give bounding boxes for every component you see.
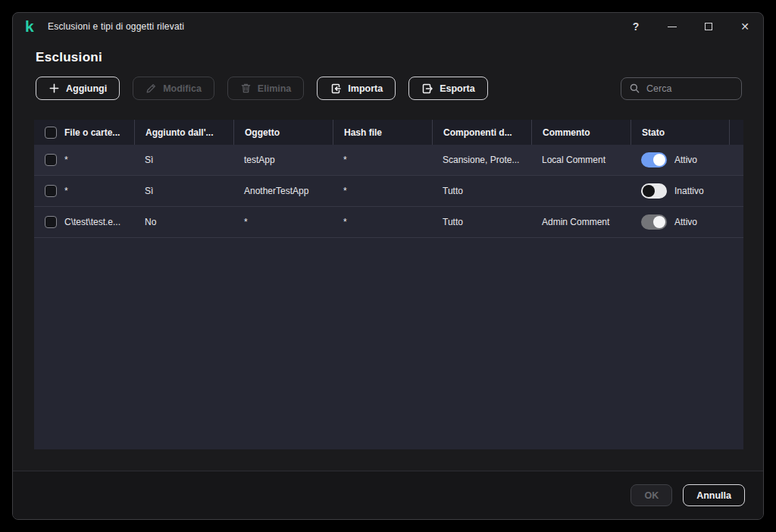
- column-header-status[interactable]: Stato: [630, 120, 729, 145]
- cell-comment: [531, 176, 630, 206]
- minimize-icon: [668, 27, 677, 27]
- cell-comment: Admin Comment: [531, 207, 630, 237]
- window-controls: ? ✕: [618, 13, 763, 40]
- status-toggle[interactable]: [641, 214, 667, 230]
- page-title: Esclusioni: [36, 50, 763, 65]
- title-bar: k Esclusioni e tipi di oggetti rilevati …: [13, 13, 763, 40]
- status-label: Attivo: [674, 217, 697, 227]
- cell-file: *: [64, 176, 134, 206]
- select-all-checkbox[interactable]: [45, 127, 57, 139]
- cell-file: C\test\test.e...: [64, 207, 134, 237]
- table-row[interactable]: *SìtestApp*Scansione, Prote...Local Comm…: [34, 145, 743, 176]
- exclusions-table: File o carte... Aggiunto dall'... Oggett…: [34, 120, 743, 449]
- toolbar: Aggiungi Modifica Elimina Importa Esport…: [13, 77, 763, 100]
- toggle-knob: [643, 185, 655, 197]
- row-checkbox-cell: [34, 176, 64, 206]
- cell-object: AnotherTestApp: [233, 176, 333, 206]
- cell-file: *: [64, 145, 134, 175]
- header-scrollbar-gutter: [729, 120, 743, 145]
- row-scrollbar-gutter: [729, 145, 743, 175]
- cell-components: Tutto: [432, 176, 531, 206]
- cell-added-by: Sì: [134, 145, 233, 175]
- row-checkbox[interactable]: [45, 216, 57, 228]
- dialog-footer: OK Annulla: [13, 471, 763, 519]
- status-toggle[interactable]: [641, 152, 667, 167]
- export-button-label: Esporta: [440, 83, 475, 94]
- cell-hash: *: [333, 207, 432, 237]
- status-label: Inattivo: [674, 186, 704, 196]
- cell-object: *: [233, 207, 333, 237]
- column-header-components[interactable]: Componenti d...: [432, 120, 531, 145]
- close-button[interactable]: ✕: [727, 13, 763, 40]
- table-row[interactable]: *SìAnotherTestApp*TuttoInattivo: [34, 176, 743, 207]
- cell-hash: *: [333, 145, 432, 175]
- cell-added-by: Sì: [134, 176, 233, 206]
- row-checkbox[interactable]: [45, 154, 57, 166]
- maximize-icon: [705, 23, 712, 30]
- help-icon: ?: [633, 20, 640, 33]
- cancel-button[interactable]: Annulla: [683, 484, 745, 506]
- status-toggle[interactable]: [641, 183, 667, 199]
- minimize-button[interactable]: [654, 13, 690, 40]
- toggle-knob: [653, 216, 665, 228]
- cell-added-by: No: [134, 207, 233, 237]
- add-button[interactable]: Aggiungi: [36, 77, 120, 100]
- header-checkbox-cell: [34, 120, 64, 145]
- window-title: Esclusioni e tipi di oggetti rilevati: [48, 21, 184, 32]
- cell-status: Attivo: [630, 207, 729, 237]
- cell-components: Tutto: [432, 207, 531, 237]
- close-icon: ✕: [740, 20, 749, 33]
- cell-comment: Local Comment: [531, 145, 630, 175]
- edit-button[interactable]: Modifica: [133, 77, 214, 100]
- kaspersky-logo-icon: k: [25, 20, 40, 33]
- cell-status: Attivo: [630, 145, 729, 175]
- search-input[interactable]: [646, 83, 734, 94]
- delete-button-label: Elimina: [258, 83, 291, 94]
- column-header-comment[interactable]: Commento: [531, 120, 630, 145]
- table-body: *SìtestApp*Scansione, Prote...Local Comm…: [34, 145, 743, 238]
- status-label: Attivo: [674, 155, 697, 165]
- import-button-label: Importa: [348, 83, 383, 94]
- cell-components: Scansione, Prote...: [432, 145, 531, 175]
- row-checkbox[interactable]: [45, 185, 57, 197]
- search-icon: [629, 83, 640, 94]
- row-scrollbar-gutter: [729, 176, 743, 206]
- table-row[interactable]: C\test\test.e...No**TuttoAdmin CommentAt…: [34, 207, 743, 238]
- edit-button-label: Modifica: [163, 83, 202, 94]
- delete-button[interactable]: Elimina: [227, 77, 304, 100]
- cell-status: Inattivo: [630, 176, 729, 206]
- maximize-button[interactable]: [690, 13, 727, 40]
- dialog-window: k Esclusioni e tipi di oggetti rilevati …: [12, 12, 764, 520]
- row-checkbox-cell: [34, 207, 64, 237]
- toggle-knob: [653, 154, 665, 166]
- import-icon: [330, 83, 342, 95]
- help-button[interactable]: ?: [618, 13, 654, 40]
- row-scrollbar-gutter: [729, 207, 743, 237]
- row-checkbox-cell: [34, 145, 64, 175]
- cell-hash: *: [333, 176, 432, 206]
- import-button[interactable]: Importa: [317, 77, 396, 100]
- add-button-label: Aggiungi: [66, 83, 107, 94]
- column-header-added-by[interactable]: Aggiunto dall'...: [134, 120, 233, 145]
- plus-icon: [48, 83, 60, 94]
- ok-button[interactable]: OK: [630, 484, 672, 506]
- column-header-object[interactable]: Oggetto: [233, 120, 333, 145]
- search-box: [621, 77, 742, 100]
- pencil-icon: [146, 83, 157, 94]
- cell-object: testApp: [233, 145, 333, 175]
- export-button[interactable]: Esporta: [408, 77, 488, 100]
- table-header: File o carte... Aggiunto dall'... Oggett…: [34, 120, 743, 145]
- column-header-hash[interactable]: Hash file: [333, 120, 432, 145]
- trash-icon: [240, 83, 252, 94]
- column-header-file[interactable]: File o carte...: [64, 120, 134, 145]
- export-icon: [421, 83, 433, 95]
